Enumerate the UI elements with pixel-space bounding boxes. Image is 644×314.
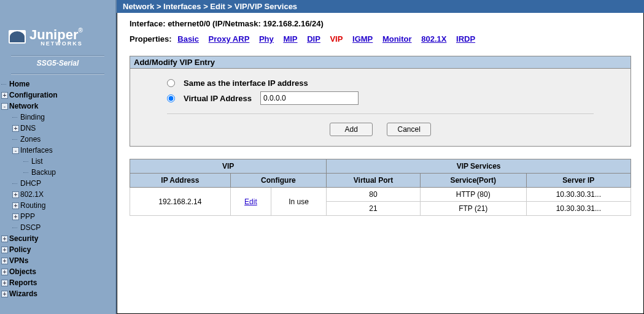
th-vip: VIP	[130, 159, 327, 174]
label-virtual-ip: Virtual IP Address	[184, 94, 252, 103]
tab-dip[interactable]: DIP	[307, 34, 320, 44]
cancel-button[interactable]: Cancel	[387, 123, 430, 136]
collapse-icon[interactable]: -	[1, 103, 8, 110]
properties-label: Properties:	[130, 34, 172, 44]
nav-objects[interactable]: Objects	[9, 267, 36, 276]
virtual-ip-input[interactable]	[260, 91, 359, 105]
th-vip-services: VIP Services	[327, 159, 631, 174]
nav-tree: Home +Configuration -Network Binding +DN…	[0, 76, 115, 299]
tab-vip[interactable]: VIP	[330, 34, 343, 44]
add-button[interactable]: Add	[330, 123, 373, 136]
sidebar: Juniper® NETWORKS SSG5-Serial Home +Conf…	[0, 0, 117, 314]
juniper-logo-icon	[9, 30, 26, 44]
nav-home[interactable]: Home	[9, 80, 29, 88]
tab-phy[interactable]: Phy	[259, 34, 274, 44]
cell-service: FTP (21)	[420, 202, 526, 216]
nav-dns[interactable]: DNS	[20, 124, 36, 132]
divider	[11, 55, 104, 56]
nav-zones[interactable]: Zones	[20, 135, 41, 144]
nav-network[interactable]: Network	[9, 102, 38, 110]
content: Interface: ethernet0/0 (IP/Netmask: 192.…	[117, 13, 644, 314]
table-row: 192.168.2.14 Edit In use 80 HTTP (80) 10…	[130, 188, 631, 202]
th-vport: Virtual Port	[327, 174, 421, 188]
th-server: Server IP	[526, 174, 630, 188]
nav-security[interactable]: Security	[9, 234, 38, 243]
expand-icon[interactable]: +	[1, 247, 8, 253]
tab-igmp[interactable]: IGMP	[352, 34, 373, 44]
nav-interfaces[interactable]: Interfaces	[20, 146, 53, 155]
nav-ppp[interactable]: PPP	[20, 212, 35, 221]
panel-title: Add/Modify VIP Entry	[130, 56, 630, 69]
tab-irdp[interactable]: IRDP	[456, 34, 475, 44]
add-modify-panel: Add/Modify VIP Entry Same as the interfa…	[130, 56, 631, 147]
expand-icon[interactable]: +	[12, 125, 19, 132]
expand-icon[interactable]: +	[1, 92, 8, 99]
divider	[11, 74, 104, 75]
tab-monitor[interactable]: Monitor	[382, 34, 412, 44]
nav-configuration[interactable]: Configuration	[9, 91, 58, 99]
nav-reports[interactable]: Reports	[9, 278, 37, 287]
th-service: Service(Port)	[420, 174, 526, 188]
cell-ip: 192.168.2.14	[130, 188, 231, 216]
tab-mip[interactable]: MIP	[283, 34, 297, 44]
expand-icon[interactable]: +	[1, 269, 8, 275]
expand-icon[interactable]: +	[12, 213, 19, 220]
cell-server: 10.30.30.31...	[526, 202, 630, 216]
th-ip: IP Address	[130, 174, 231, 188]
collapse-icon[interactable]: -	[12, 147, 19, 154]
nav-wizards[interactable]: Wizards	[9, 289, 37, 298]
device-model: SSG5-Serial	[0, 59, 115, 67]
expand-icon[interactable]: +	[12, 202, 19, 209]
nav-interfaces-backup[interactable]: Backup	[31, 168, 56, 177]
nav-routing[interactable]: Routing	[20, 201, 45, 210]
nav-policy[interactable]: Policy	[9, 245, 31, 254]
cell-vport: 80	[327, 188, 421, 202]
radio-same-as-interface[interactable]	[167, 79, 175, 87]
edit-link[interactable]: Edit	[244, 197, 257, 206]
interface-line: Interface: ethernet0/0 (IP/Netmask: 192.…	[130, 19, 631, 28]
expand-icon[interactable]: +	[1, 280, 8, 286]
cell-inuse: In use	[271, 188, 327, 216]
nav-dscp[interactable]: DSCP	[20, 223, 41, 232]
expand-icon[interactable]: +	[1, 236, 8, 242]
tab-proxyarp[interactable]: Proxy ARP	[209, 34, 250, 44]
logo-block: Juniper® NETWORKS	[0, 23, 115, 53]
label-same-as-interface: Same as the interface IP address	[184, 78, 308, 88]
tab-8021x[interactable]: 802.1X	[421, 34, 446, 44]
radio-virtual-ip[interactable]	[167, 94, 175, 102]
nav-8021x[interactable]: 802.1X	[20, 190, 44, 199]
expand-icon[interactable]: +	[1, 258, 8, 264]
expand-icon[interactable]: +	[1, 291, 8, 297]
nav-interfaces-list[interactable]: List	[31, 157, 43, 166]
properties-tabs: Properties: Basic Proxy ARP Phy MIP DIP …	[130, 34, 631, 44]
cell-vport: 21	[327, 202, 421, 216]
nav-binding[interactable]: Binding	[20, 113, 45, 121]
nav-dhcp[interactable]: DHCP	[20, 179, 41, 188]
nav-vpns[interactable]: VPNs	[9, 256, 28, 265]
expand-icon[interactable]: +	[12, 191, 19, 198]
logo: Juniper® NETWORKS	[0, 23, 115, 49]
breadcrumb: Network > Interfaces > Edit > VIP/VIP Se…	[117, 0, 644, 13]
vip-table: VIP VIP Services IP Address Configure Vi…	[130, 159, 631, 216]
th-configure: Configure	[230, 174, 326, 188]
main-panel: Network > Interfaces > Edit > VIP/VIP Se…	[117, 0, 644, 314]
tab-basic[interactable]: Basic	[177, 34, 199, 44]
cell-server: 10.30.30.31...	[526, 188, 630, 202]
cell-service: HTTP (80)	[420, 188, 526, 202]
